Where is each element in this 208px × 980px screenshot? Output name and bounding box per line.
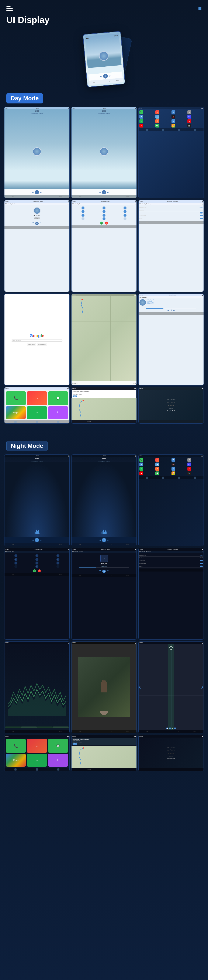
night-dial-9[interactable]: 9 [57,562,60,565]
next-btn[interactable]: ⏭ [40,191,42,193]
night-nav-btn-3[interactable]: ⬆ [172,727,173,729]
auto-connect-row[interactable]: Auto connect [139,214,203,217]
night-app-settings[interactable]: ⚙ [188,458,191,462]
app-netflix-icon[interactable]: N [188,119,191,123]
app-podcast-icon[interactable]: 🎙 [155,119,159,123]
carplay-messages[interactable]: 💬 [48,391,68,405]
app-phone-icon[interactable]: 📞 [139,110,143,114]
auto-answer-row[interactable]: Auto answer [139,212,203,214]
night-dial-star[interactable] [14,565,17,568]
night-nav-btn-1[interactable]: ◀ [166,727,168,729]
night-app-podcast[interactable]: 🎙 [155,467,159,471]
night-app-messages[interactable]: 💬 [155,471,159,475]
app-settings-icon[interactable]: ⚙ [188,110,191,114]
night-power-row[interactable]: Power [139,565,203,568]
prev-btn[interactable]: ⏮ [32,191,34,193]
night-prev-bt[interactable]: ⏮ [99,570,101,573]
social-pause[interactable]: ⏸ [170,309,172,311]
night-carplay-music[interactable]: ♪ [27,739,47,753]
night-next-1[interactable]: ⏭ [40,539,42,541]
night-np-play[interactable]: ▶ [170,752,172,754]
app-music-icon[interactable]: ♪ [155,110,159,114]
night-auto-answer-row[interactable]: Auto answer [139,559,203,562]
night-go-button[interactable]: GO [72,743,77,745]
night-dial-2[interactable]: 2 [35,554,38,557]
night-nav-btn-2[interactable]: ▶ [169,727,171,729]
night-carplay-podcast[interactable]: 🎙 [48,754,68,767]
night-pause-1[interactable]: ⏸ [35,538,39,542]
night-app-photos[interactable]: 🌸 [172,471,175,475]
night-next-bt[interactable]: ⏭ [107,570,109,573]
night-dial-3[interactable]: 3 [57,554,60,557]
night-app-netflix[interactable]: N [188,467,191,471]
night-pause-2[interactable]: ⏸ [102,538,106,542]
night-call-btn[interactable]: 📞 [33,570,36,573]
np-next[interactable]: ⏭ [173,404,174,406]
dial-6[interactable]: 6 [123,210,126,213]
night-hangup-btn[interactable]: ✕ [38,570,41,573]
night-carplay-phone[interactable]: 📞 [6,739,26,753]
app-youtube-icon[interactable]: ▶ [139,124,143,127]
prev-btn-2[interactable]: ⏮ [99,191,101,193]
night-auto-connect-row[interactable]: Auto connect [139,562,203,565]
night-np-prev[interactable]: ⏮ [168,752,170,754]
app-bt-icon[interactable]: BT [188,115,191,119]
night-app-telegram[interactable]: ✈ [139,463,143,466]
app-weather-icon[interactable]: ☁ [155,115,159,119]
app-spotify-icon[interactable]: ♫ [139,119,143,123]
app-photos-icon[interactable]: 🌸 [172,124,175,127]
night-app-appstore[interactable]: A [172,467,175,471]
night-next-2[interactable]: ⏭ [107,539,109,541]
search-bar[interactable]: Search or type URL [11,339,63,342]
dial-star[interactable] [82,217,85,220]
night-carplay-messages[interactable]: 💬 [48,739,68,753]
night-prev-1[interactable]: ⏮ [32,539,34,541]
call-btn[interactable]: 📞 [100,221,103,224]
night-dial-6[interactable]: 6 [57,558,60,561]
night-dial-1[interactable]: 1 [14,554,17,557]
dial-0[interactable]: 0 [102,217,106,220]
next-btn-bt[interactable]: ⏭ [40,222,42,225]
dial-4[interactable]: 4 [82,210,85,213]
night-carplay-spotify[interactable]: ♫ [27,754,47,767]
night-np-next[interactable]: ⏭ [173,752,174,754]
dial-3[interactable]: 3 [123,207,126,210]
night-play-bt[interactable]: ▶ [102,570,106,573]
night-app-youtube[interactable]: ▶ [139,471,143,475]
night-app-carplay[interactable]: 🚗 [172,463,175,466]
dial-5[interactable]: 5 [102,210,106,213]
night-nav-btn-4[interactable]: ⬇ [174,727,176,729]
next-btn-2[interactable]: ⏭ [107,191,109,193]
pause-btn[interactable]: ⏸ [35,190,39,194]
app-telegram-icon[interactable]: ✈ [139,115,143,119]
social-prev[interactable]: ⏮ [167,309,169,311]
app-carplay-icon[interactable]: 🚗 [172,115,175,119]
carplay-maps[interactable]: Maps [6,406,26,419]
three-lines-icon[interactable]: ≡ [198,5,202,12]
app-messages-icon[interactable]: 💬 [155,124,159,127]
night-auto-answer-toggle[interactable] [200,560,203,561]
night-power-toggle[interactable] [200,566,203,567]
night-dial-hash[interactable] [57,565,60,568]
social-next[interactable]: ⏭ [173,309,175,311]
hamburger-menu-icon[interactable] [6,4,15,13]
night-dial-4[interactable]: 4 [14,558,17,561]
night-dial-8[interactable]: 8 [35,562,38,565]
night-dial-0[interactable]: 0 [35,565,38,568]
np-play[interactable]: ▶ [170,404,172,406]
hangup-btn[interactable]: ✕ [105,221,108,224]
night-app-spotify[interactable]: ♫ [139,467,143,471]
night-app-maps[interactable]: 🗺 [172,458,175,462]
night-dial-5[interactable]: 5 [35,558,38,561]
social-track-4[interactable]: 某某某_2.mp3 [147,303,203,304]
dial-9[interactable]: 9 [123,214,126,217]
play-btn-bt[interactable]: ▶ [35,222,39,225]
app-camera-icon[interactable]: 📷 [188,124,191,127]
dial-hash[interactable] [123,217,126,220]
google-search-btn[interactable]: Google Search [27,343,36,345]
night-dial-7[interactable]: 7 [14,562,17,565]
auto-answer-toggle[interactable] [200,212,203,213]
go-button[interactable]: GO [72,396,77,397]
lucky-btn[interactable]: I'm Feeling Lucky [37,343,47,345]
carplay-podcast[interactable]: 🎙 [48,406,68,419]
